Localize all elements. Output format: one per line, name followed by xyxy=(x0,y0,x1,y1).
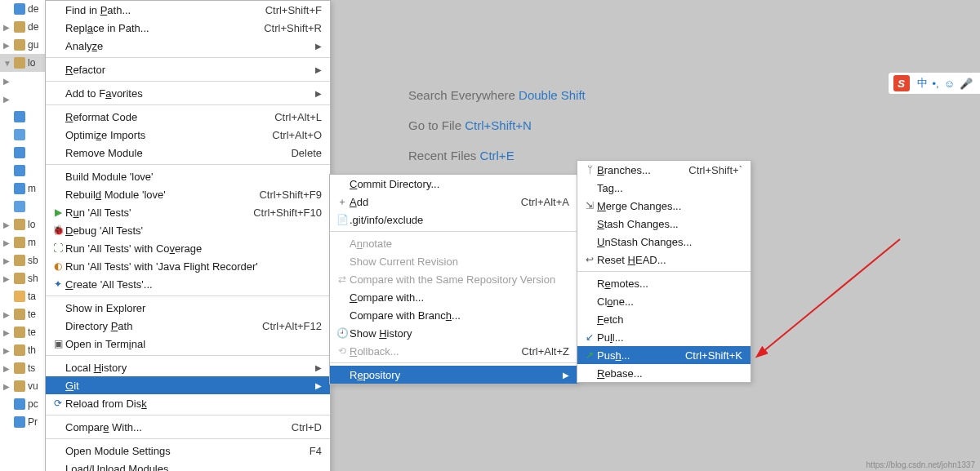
tree-row[interactable]: ▶ xyxy=(0,90,45,108)
tree-row[interactable]: Pr xyxy=(0,413,45,431)
menu-item[interactable]: Rebuild Module 'love'Ctrl+Shift+F9 xyxy=(46,185,330,203)
menu-item[interactable]: Build Module 'love' xyxy=(46,167,330,185)
ime-emoji-icon[interactable]: ☺ xyxy=(944,78,955,90)
ime-mic-icon[interactable]: 🎤 xyxy=(960,78,973,90)
tree-row[interactable]: ▶sb xyxy=(0,251,45,269)
menu-item-shortcut: Ctrl+Shift+K xyxy=(661,349,742,362)
menu-item[interactable]: Compare with... xyxy=(330,288,577,306)
menu-item[interactable]: Directory PathCtrl+Alt+F12 xyxy=(46,317,330,335)
ime-toolbar[interactable]: S 中 •, ☺ 🎤 xyxy=(888,72,980,95)
tree-row[interactable] xyxy=(0,198,45,216)
menu-item-label: Pull... xyxy=(597,331,742,344)
menu-item[interactable]: ＋AddCtrl+Alt+A xyxy=(330,193,577,211)
menu-separator xyxy=(46,295,330,296)
tree-row[interactable]: ▶ xyxy=(0,72,45,90)
submenu-arrow-icon: ▶ xyxy=(291,42,322,51)
ime-lang[interactable]: 中 xyxy=(917,76,928,91)
menu-item[interactable]: Remove ModuleDelete xyxy=(46,144,330,162)
tree-row[interactable]: ▶sh xyxy=(0,269,45,287)
tree-row[interactable]: ▶te xyxy=(0,323,45,341)
menu-separator xyxy=(577,271,751,272)
menu-item[interactable]: Stash Changes... xyxy=(577,215,751,233)
tree-row[interactable]: de xyxy=(0,0,45,18)
menu-separator xyxy=(46,164,330,165)
tree-row[interactable] xyxy=(0,144,45,162)
menu-item-icon: ↗ xyxy=(582,349,597,361)
tree-row[interactable] xyxy=(0,108,45,126)
menu-item-icon: ↩ xyxy=(582,254,597,265)
context-menu-main[interactable]: Find in Path...Ctrl+Shift+FReplace in Pa… xyxy=(45,0,331,471)
tree-row[interactable]: ▶te xyxy=(0,305,45,323)
tree-row[interactable]: ▶th xyxy=(0,341,45,359)
tree-row[interactable] xyxy=(0,162,45,180)
tree-row[interactable]: ta xyxy=(0,287,45,305)
menu-item-label: Commit Directory... xyxy=(350,178,569,190)
menu-item[interactable]: 🕘Show History xyxy=(330,324,577,342)
menu-item-shortcut: Ctrl+Shift+` xyxy=(664,164,742,176)
menu-item-label: Annotate xyxy=(350,238,569,250)
menu-item: ⇄Compare with the Same Repository Versio… xyxy=(330,270,577,288)
menu-item-label: Clone... xyxy=(597,295,742,308)
menu-item[interactable]: Compare With...Ctrl+D xyxy=(46,418,330,436)
repository-submenu[interactable]: ᛘBranches...Ctrl+Shift+`Tag...⇲Merge Cha… xyxy=(577,160,751,383)
menu-item[interactable]: Add to Favorites▶ xyxy=(46,84,330,102)
menu-item[interactable]: Clone... xyxy=(577,292,751,310)
menu-item[interactable]: ↩Reset HEAD... xyxy=(577,251,751,269)
menu-item[interactable]: Replace in Path...Ctrl+Shift+R xyxy=(46,19,330,37)
menu-item[interactable]: Repository▶ xyxy=(330,366,577,384)
tree-row[interactable]: m xyxy=(0,180,45,198)
git-submenu[interactable]: Commit Directory...＋AddCtrl+Alt+A📄.git/i… xyxy=(329,174,578,384)
tree-row[interactable]: ▶de xyxy=(0,18,45,36)
menu-item[interactable]: Load/Unload Modules... xyxy=(46,460,330,471)
menu-item[interactable]: ↙Pull... xyxy=(577,328,751,346)
menu-item-label: Analyze xyxy=(65,40,291,52)
menu-item[interactable]: ▶Run 'All Tests'Ctrl+Shift+F10 xyxy=(46,203,330,221)
project-tree[interactable]: de▶de▶gu▼lo▶▶m▶lo▶m▶sb▶shta▶te▶te▶th▶ts▶… xyxy=(0,0,45,471)
menu-separator xyxy=(46,57,330,58)
tree-row[interactable]: ▶vu xyxy=(0,377,45,395)
menu-item-label: Compare With... xyxy=(65,421,267,433)
menu-item[interactable]: ↗Push...Ctrl+Shift+K xyxy=(577,346,751,364)
ime-punct[interactable]: •, xyxy=(933,78,939,90)
menu-item-shortcut: Ctrl+Alt+L xyxy=(250,111,322,123)
menu-item: Annotate xyxy=(330,234,577,252)
tree-row[interactable]: ▶m xyxy=(0,233,45,251)
tree-row[interactable]: ▶ts xyxy=(0,359,45,377)
menu-item[interactable]: ✦Create 'All Tests'... xyxy=(46,275,330,293)
menu-item[interactable]: ▣Open in Terminal xyxy=(46,335,330,353)
menu-item-label: Repository xyxy=(350,369,538,381)
menu-item[interactable]: ⛶Run 'All Tests' with Coverage xyxy=(46,239,330,257)
menu-item[interactable]: Find in Path...Ctrl+Shift+F xyxy=(46,1,330,19)
menu-item-shortcut: F4 xyxy=(285,445,322,457)
tree-row[interactable]: ▼lo xyxy=(0,54,45,72)
tree-row[interactable]: ▶gu xyxy=(0,36,45,54)
menu-item[interactable]: ⟳Reload from Disk xyxy=(46,394,330,412)
tree-row[interactable]: pc xyxy=(0,395,45,413)
menu-item[interactable]: Optimize ImportsCtrl+Alt+O xyxy=(46,126,330,144)
menu-item[interactable]: Rebase... xyxy=(577,364,751,382)
menu-item[interactable]: 🐞Debug 'All Tests' xyxy=(46,221,330,239)
tree-row[interactable] xyxy=(0,126,45,144)
menu-item[interactable]: Commit Directory... xyxy=(330,175,577,193)
menu-item[interactable]: ᛘBranches...Ctrl+Shift+` xyxy=(577,161,751,179)
tree-row[interactable] xyxy=(0,431,45,449)
menu-item[interactable]: ◐Run 'All Tests' with 'Java Flight Recor… xyxy=(46,257,330,275)
menu-item[interactable]: Fetch xyxy=(577,310,751,328)
menu-item[interactable]: Tag... xyxy=(577,179,751,197)
menu-item[interactable]: Open Module SettingsF4 xyxy=(46,442,330,460)
menu-item[interactable]: Show in Explorer xyxy=(46,299,330,317)
menu-item[interactable]: Analyze▶ xyxy=(46,37,330,55)
tree-row[interactable]: ▶lo xyxy=(0,216,45,233)
menu-item[interactable]: Reformat CodeCtrl+Alt+L xyxy=(46,108,330,126)
menu-item-icon: ↙ xyxy=(582,331,597,343)
menu-item[interactable]: Remotes... xyxy=(577,274,751,292)
menu-item[interactable]: ⇲Merge Changes... xyxy=(577,197,751,215)
menu-item[interactable]: 📄.git/info/exclude xyxy=(330,211,577,229)
menu-item[interactable]: Refactor▶ xyxy=(46,60,330,78)
submenu-arrow-icon: ▶ xyxy=(291,381,322,390)
menu-item[interactable]: Local History▶ xyxy=(46,358,330,376)
menu-item[interactable]: UnStash Changes... xyxy=(577,233,751,251)
menu-item[interactable]: Compare with Branch... xyxy=(330,306,577,324)
menu-item-label: Open in Terminal xyxy=(65,338,322,350)
menu-item[interactable]: Git▶ xyxy=(46,376,330,394)
